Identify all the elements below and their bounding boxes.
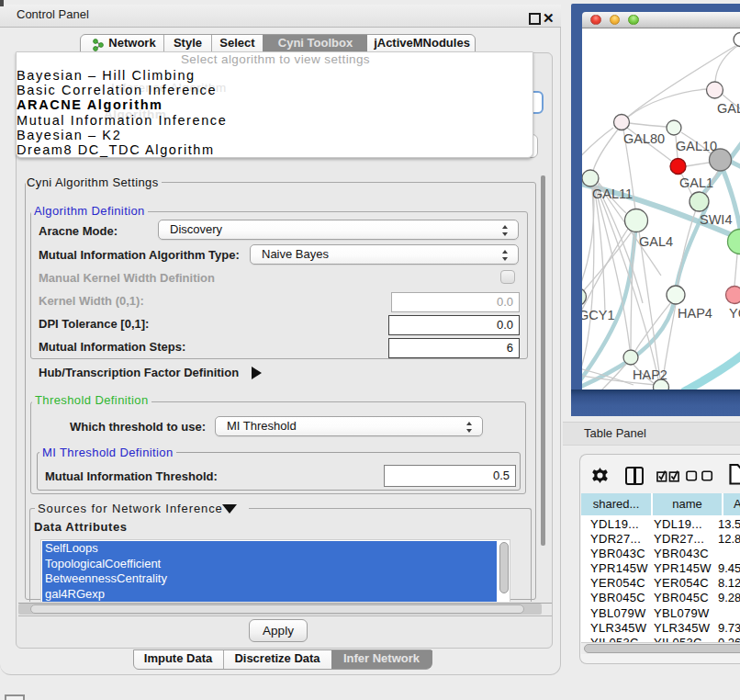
svg-text:GAL2: GAL2 — [717, 101, 740, 116]
svg-text:GAL10: GAL10 — [676, 139, 717, 153]
svg-text:GAL80: GAL80 — [623, 131, 665, 146]
svg-text:HAP2: HAP2 — [633, 367, 667, 382]
svg-text:GAL11: GAL11 — [592, 186, 633, 201]
svg-text:SWI4: SWI4 — [700, 212, 732, 227]
svg-text:YG: YG — [729, 306, 740, 321]
svg-text:GAL1: GAL1 — [679, 175, 713, 190]
svg-text:GCY1: GCY1 — [582, 308, 615, 322]
svg-text:HAP4: HAP4 — [678, 306, 712, 321]
svg-text:GAL4: GAL4 — [639, 234, 673, 249]
